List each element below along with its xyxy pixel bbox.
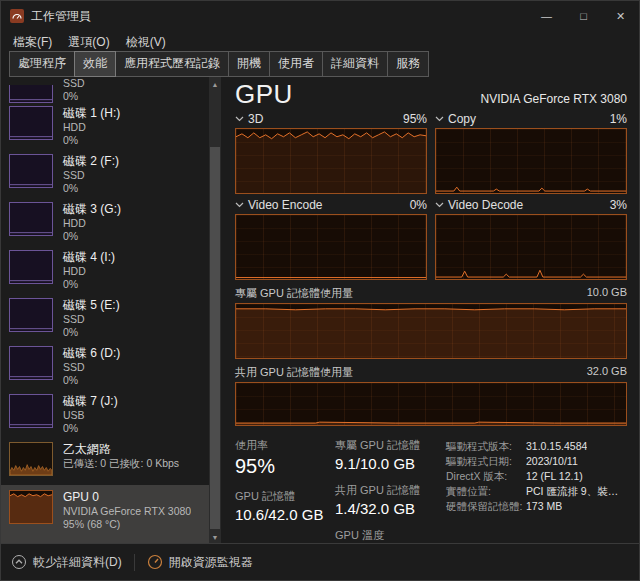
menu-file[interactable]: 檔案(F) bbox=[5, 32, 60, 53]
page-title: GPU bbox=[235, 79, 293, 110]
sidebar-item-disk-5[interactable]: 磁碟 5 (E:) SSD 0% bbox=[1, 295, 209, 343]
dedicated-memory-stat-label: 專屬 GPU 記憶體 bbox=[335, 438, 446, 453]
chart-row-1 bbox=[235, 128, 627, 194]
scroll-up-icon[interactable]: ▲ bbox=[209, 77, 221, 91]
dedicated-memory-stat-value: 9.1/10.0 GB bbox=[335, 455, 446, 472]
disk-mini-chart bbox=[9, 346, 53, 380]
resource-monitor-label: 開啟資源監視器 bbox=[169, 554, 253, 571]
shared-memory-stat-label: 共用 GPU 記憶體 bbox=[335, 483, 446, 498]
sidebar-item-ethernet[interactable]: 乙太網路 已傳送: 0 已接收: 0 Kbps bbox=[1, 439, 209, 485]
directx-version-label: DirectX 版本: bbox=[446, 469, 526, 484]
shared-memory-label: 共用 GPU 記憶體使用量 bbox=[235, 365, 353, 380]
sidebar-item-line1: 已傳送: 0 已接收: 0 Kbps bbox=[63, 457, 179, 470]
sidebar-item-line1: HDD bbox=[63, 121, 120, 134]
sidebar-item-disk-2[interactable]: 磁碟 2 (F:) SSD 0% bbox=[1, 151, 209, 199]
video-decode-chart[interactable] bbox=[435, 214, 627, 280]
performance-sidebar: SSD 0% 磁碟 1 (H:) HDD 0% 磁碟 bbox=[1, 77, 209, 544]
chart-label-copy: Copy bbox=[448, 112, 476, 126]
tab-performance[interactable]: 效能 bbox=[74, 51, 116, 77]
sidebar-item-line1: HDD bbox=[63, 265, 115, 278]
window-controls: — □ ✕ bbox=[528, 1, 639, 31]
sidebar-item-line2: 0% bbox=[63, 374, 120, 387]
chart-label-decode: Video Decode bbox=[448, 198, 523, 212]
chevron-down-icon bbox=[435, 202, 444, 208]
sidebar-item-line2: 0% bbox=[63, 182, 119, 195]
chart-labels-row-1: 3D 95% Copy 1% bbox=[235, 112, 627, 126]
gpu-copy-chart[interactable] bbox=[435, 128, 627, 194]
menubar: 檔案(F) 選項(O) 檢視(V) bbox=[1, 31, 639, 53]
tab-app-history[interactable]: 應用程式歷程記錄 bbox=[115, 51, 229, 77]
tab-startup[interactable]: 開機 bbox=[228, 51, 270, 77]
tab-details[interactable]: 詳細資料 bbox=[322, 51, 388, 77]
sidebar-item-line2: 0% bbox=[63, 90, 85, 103]
chart-label-3d: 3D bbox=[248, 112, 263, 126]
decode-utilization-graph bbox=[436, 215, 626, 279]
chart-row-2 bbox=[235, 214, 627, 280]
sidebar-item-line2: 0% bbox=[63, 422, 118, 435]
chart-value-3d: 95% bbox=[403, 112, 427, 126]
video-encode-chart[interactable] bbox=[235, 214, 427, 280]
less-details-button[interactable]: 較少詳細資料(D) bbox=[11, 554, 134, 571]
performance-content: SSD 0% 磁碟 1 (H:) HDD 0% 磁碟 bbox=[1, 77, 639, 544]
hw-reserved-memory-label: 硬體保留記憶體: bbox=[446, 499, 526, 514]
sidebar-item-disk-1[interactable]: 磁碟 1 (H:) HDD 0% bbox=[1, 103, 209, 151]
3d-utilization-graph bbox=[236, 129, 426, 193]
copy-utilization-graph bbox=[436, 129, 626, 193]
dedicated-memory-label: 專屬 GPU 記憶體使用量 bbox=[235, 286, 353, 301]
sidebar-item-title: 磁碟 2 (F:) bbox=[63, 154, 119, 169]
sidebar-item-gpu0[interactable]: GPU 0 NVIDIA GeForce RTX 3080 95% (68 °C… bbox=[1, 485, 209, 543]
encode-utilization-graph bbox=[236, 215, 426, 279]
open-resource-monitor-link[interactable]: 開啟資源監視器 bbox=[134, 554, 253, 571]
utilization-value: 95% bbox=[235, 455, 335, 478]
gpu-memory-value: 10.6/42.0 GB bbox=[235, 506, 335, 523]
sidebar-item-line2: 0% bbox=[63, 278, 115, 291]
menu-options[interactable]: 選項(O) bbox=[60, 32, 117, 53]
sidebar-item-title: GPU 0 bbox=[63, 490, 191, 505]
tab-users[interactable]: 使用者 bbox=[269, 51, 323, 77]
scrollbar-thumb[interactable] bbox=[210, 147, 220, 529]
gpu-header: GPU NVIDIA GeForce RTX 3080 bbox=[235, 79, 627, 109]
sidebar-item-line2: 0% bbox=[63, 326, 120, 339]
sidebar-item-disk-6[interactable]: 磁碟 6 (D:) SSD 0% bbox=[1, 343, 209, 391]
sidebar-item-disk-3[interactable]: 磁碟 3 (G:) HDD 0% bbox=[1, 199, 209, 247]
sidebar-item-title: 磁碟 6 (D:) bbox=[63, 346, 120, 361]
sidebar-item-title: 磁碟 3 (G:) bbox=[63, 202, 121, 217]
tab-services[interactable]: 服務 bbox=[387, 51, 429, 77]
tab-processes[interactable]: 處理程序 bbox=[9, 51, 75, 77]
shared-memory-chart[interactable] bbox=[235, 382, 627, 426]
utilization-label: 使用率 bbox=[235, 438, 335, 453]
driver-version-value: 31.0.15.4584 bbox=[526, 439, 587, 454]
shared-memory-graph bbox=[236, 383, 626, 425]
dedicated-memory-chart[interactable] bbox=[235, 303, 627, 359]
gpu-panel: GPU NVIDIA GeForce RTX 3080 3D 95% Copy … bbox=[221, 77, 639, 544]
scroll-down-icon[interactable]: ▼ bbox=[209, 530, 221, 544]
gpu-memory-label: GPU 記憶體 bbox=[235, 489, 335, 504]
less-details-label: 較少詳細資料(D) bbox=[33, 554, 122, 571]
minimize-icon[interactable]: — bbox=[528, 1, 565, 31]
sidebar-item-line2: 95% (68 °C) bbox=[63, 518, 191, 531]
gpu-mini-chart bbox=[9, 490, 53, 524]
dedicated-memory-max: 10.0 GB bbox=[587, 286, 627, 301]
maximize-icon[interactable]: □ bbox=[565, 1, 602, 31]
shared-memory-max: 32.0 GB bbox=[587, 365, 627, 380]
sidebar-item-title: 乙太網路 bbox=[63, 442, 179, 457]
disk-mini-chart bbox=[9, 394, 53, 428]
sidebar-item-disk-0[interactable]: SSD 0% bbox=[1, 77, 209, 103]
titlebar[interactable]: 工作管理員 — □ ✕ bbox=[1, 1, 639, 31]
sidebar-item-title: 磁碟 7 (J:) bbox=[63, 394, 118, 409]
chart-value-encode: 0% bbox=[410, 198, 427, 212]
gpu-device-name: NVIDIA GeForce RTX 3080 bbox=[480, 92, 627, 106]
disk-mini-chart bbox=[9, 154, 53, 188]
close-icon[interactable]: ✕ bbox=[602, 1, 639, 31]
sidebar-item-disk-4[interactable]: 磁碟 4 (I:) HDD 0% bbox=[1, 247, 209, 295]
driver-date-value: 2023/10/11 bbox=[526, 454, 578, 469]
sidebar-item-line1: SSD bbox=[63, 313, 120, 326]
gpu-3d-chart[interactable] bbox=[235, 128, 427, 194]
task-manager-window: 工作管理員 — □ ✕ 檔案(F) 選項(O) 檢視(V) 處理程序 效能 應用… bbox=[0, 0, 640, 581]
sidebar-item-line1: SSD bbox=[63, 77, 85, 90]
sidebar-scrollbar[interactable]: ▲ ▼ bbox=[209, 77, 221, 544]
disk-mini-chart bbox=[9, 250, 53, 284]
sidebar-item-title: 磁碟 5 (E:) bbox=[63, 298, 120, 313]
menu-view[interactable]: 檢視(V) bbox=[118, 32, 174, 53]
sidebar-item-disk-7[interactable]: 磁碟 7 (J:) USB 0% bbox=[1, 391, 209, 439]
